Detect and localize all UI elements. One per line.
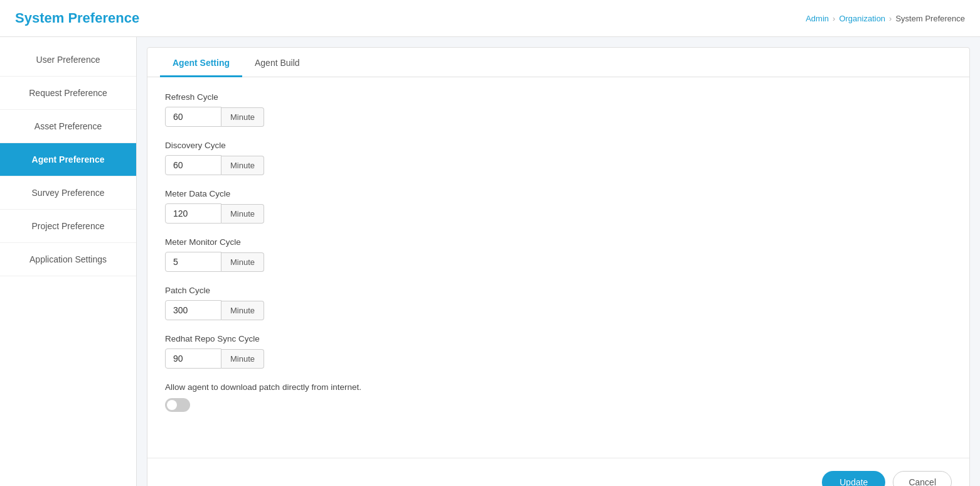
unit-discovery-cycle: Minute	[221, 156, 264, 175]
breadcrumb-organization[interactable]: Organization	[839, 14, 885, 23]
field-group-meter-data-cycle: Meter Data Cycle Minute	[165, 189, 952, 224]
sidebar-item-asset-preference[interactable]: Asset Preference	[0, 110, 136, 143]
label-patch-cycle: Patch Cycle	[165, 286, 952, 295]
input-patch-cycle[interactable]	[165, 300, 221, 320]
page-title: System Preference	[15, 10, 139, 26]
input-meter-monitor-cycle[interactable]	[165, 252, 221, 272]
sidebar-item-agent-preference[interactable]: Agent Preference	[0, 143, 136, 176]
field-group-redhat-repo-sync-cycle: Redhat Repo Sync Cycle Minute	[165, 334, 952, 369]
update-button[interactable]: Update	[822, 471, 885, 486]
form-body: Refresh Cycle Minute Discovery Cycle Min…	[147, 77, 969, 443]
label-redhat-repo-sync-cycle: Redhat Repo Sync Cycle	[165, 334, 952, 343]
unit-redhat-repo-sync-cycle: Minute	[221, 349, 264, 369]
field-group-refresh-cycle: Refresh Cycle Minute	[165, 92, 952, 127]
page-header: System Preference Admin › Organization ›…	[0, 0, 980, 37]
input-redhat-repo-sync-cycle[interactable]	[165, 348, 221, 369]
label-meter-data-cycle: Meter Data Cycle	[165, 189, 952, 198]
input-discovery-cycle[interactable]	[165, 155, 221, 175]
unit-meter-data-cycle: Minute	[221, 204, 264, 224]
divider	[147, 458, 969, 458]
sidebar-item-project-preference[interactable]: Project Preference	[0, 210, 136, 243]
unit-refresh-cycle: Minute	[221, 107, 264, 127]
sidebar-item-request-preference[interactable]: Request Preference	[0, 77, 136, 110]
field-row-meter-monitor-cycle: Minute	[165, 252, 952, 272]
toggle-label: Allow agent to download patch directly f…	[165, 382, 952, 392]
main-content: Agent Setting Agent Build Refresh Cycle …	[137, 37, 980, 486]
field-row-meter-data-cycle: Minute	[165, 203, 952, 224]
field-row-discovery-cycle: Minute	[165, 155, 952, 175]
tab-agent-build[interactable]: Agent Build	[242, 48, 312, 77]
unit-patch-cycle: Minute	[221, 301, 264, 320]
sidebar-item-survey-preference[interactable]: Survey Preference	[0, 176, 136, 210]
sidebar: User Preference Request Preference Asset…	[0, 37, 137, 486]
field-row-redhat-repo-sync-cycle: Minute	[165, 348, 952, 369]
input-refresh-cycle[interactable]	[165, 107, 221, 127]
layout: User Preference Request Preference Asset…	[0, 37, 980, 486]
content-panel: Agent Setting Agent Build Refresh Cycle …	[147, 47, 970, 486]
breadcrumb: Admin › Organization › System Preference	[806, 14, 965, 23]
toggle-slider	[165, 398, 190, 412]
field-row-patch-cycle: Minute	[165, 300, 952, 320]
breadcrumb-sep-2: ›	[889, 14, 892, 23]
tab-agent-setting[interactable]: Agent Setting	[160, 48, 242, 77]
breadcrumb-sep-1: ›	[833, 14, 835, 23]
sidebar-item-user-preference[interactable]: User Preference	[0, 43, 136, 77]
field-row-refresh-cycle: Minute	[165, 107, 952, 127]
tabs: Agent Setting Agent Build	[147, 48, 969, 77]
field-group-patch-cycle: Patch Cycle Minute	[165, 286, 952, 320]
label-meter-monitor-cycle: Meter Monitor Cycle	[165, 237, 952, 247]
toggle-switch[interactable]	[165, 398, 190, 412]
label-discovery-cycle: Discovery Cycle	[165, 141, 952, 150]
breadcrumb-current: System Preference	[895, 14, 965, 23]
cancel-button[interactable]: Cancel	[893, 471, 952, 486]
sidebar-item-application-settings[interactable]: Application Settings	[0, 243, 136, 276]
label-refresh-cycle: Refresh Cycle	[165, 92, 952, 102]
field-group-toggle: Allow agent to download patch directly f…	[165, 382, 952, 414]
field-group-discovery-cycle: Discovery Cycle Minute	[165, 141, 952, 175]
field-group-meter-monitor-cycle: Meter Monitor Cycle Minute	[165, 237, 952, 272]
action-row: Update Cancel	[147, 471, 969, 486]
unit-meter-monitor-cycle: Minute	[221, 252, 264, 272]
breadcrumb-admin[interactable]: Admin	[806, 14, 829, 23]
input-meter-data-cycle[interactable]	[165, 203, 221, 224]
